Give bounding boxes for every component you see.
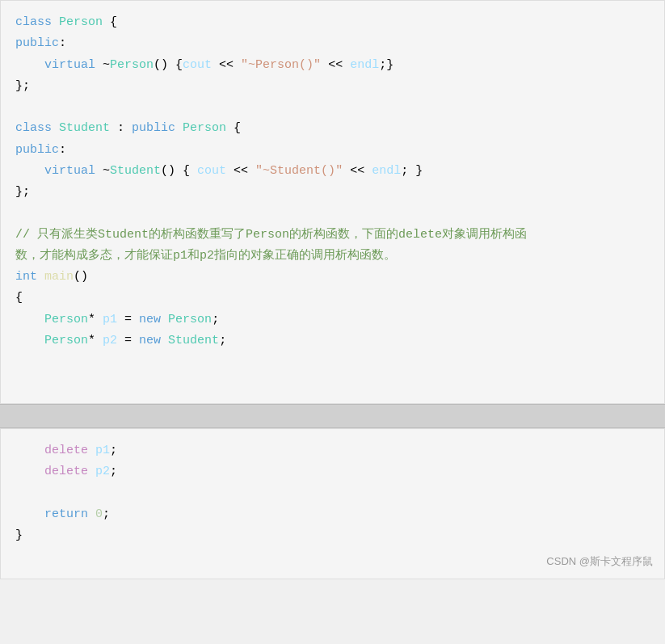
- watermark: CSDN @斯卡文程序鼠: [546, 553, 653, 570]
- code-line-14: {: [15, 288, 650, 309]
- code-line-10: [15, 203, 650, 224]
- bottom-line-3: [15, 483, 650, 504]
- code-line-3: virtual ~Person() {cout << "~Person()" <…: [15, 55, 650, 76]
- top-code-block: class Person { public: virtual ~Person()…: [0, 0, 665, 404]
- code-line-12: 数，才能构成多态，才能保证p1和p2指向的对象正确的调用析构函数。: [15, 246, 650, 267]
- code-line-9: };: [15, 182, 650, 203]
- code-line-7: public:: [15, 140, 650, 161]
- code-line-5: [15, 97, 650, 118]
- code-line-8: virtual ~Student() { cout << "~Student()…: [15, 161, 650, 182]
- bottom-line-1: delete p1;: [15, 440, 650, 461]
- code-line-1: class Person {: [15, 12, 650, 33]
- bottom-line-5: }: [15, 525, 650, 546]
- code-line-11: // 只有派生类Student的析构函数重写了Person的析构函数，下面的de…: [15, 225, 650, 246]
- code-line-2: public:: [15, 33, 650, 54]
- code-line-6: class Student : public Person {: [15, 118, 650, 139]
- bottom-line-4: return 0;: [15, 504, 650, 525]
- divider: [0, 404, 665, 428]
- code-line-13: int main(): [15, 267, 650, 288]
- code-line-15: Person* p1 = new Person;: [15, 309, 650, 330]
- code-line-16: Person* p2 = new Student;: [15, 330, 650, 351]
- bottom-code-block: delete p1; delete p2; return 0; } CSDN @…: [0, 428, 665, 579]
- bottom-line-2: delete p2;: [15, 461, 650, 482]
- code-line-4: };: [15, 76, 650, 97]
